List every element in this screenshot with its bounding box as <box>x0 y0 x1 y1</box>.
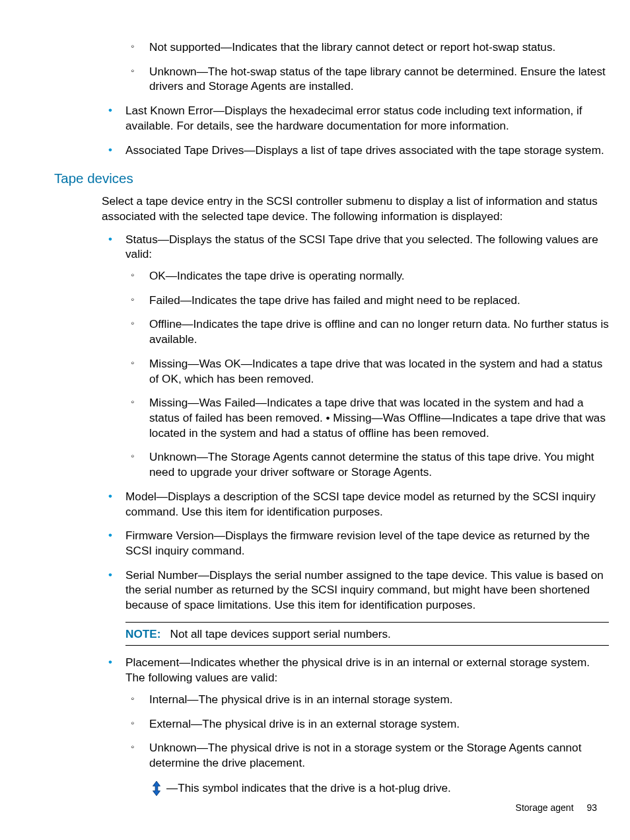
body-text: Failed—Indicates the tape drive has fail… <box>149 293 520 307</box>
note-text: Not all tape devices support serial numb… <box>170 627 390 640</box>
body-text: OK—Indicates the tape drive is operating… <box>149 269 405 282</box>
body-text: Last Known Error—Displays the hexadecima… <box>125 104 582 132</box>
list-item-model: Model—Displays a description of the SCSI… <box>102 489 609 519</box>
top-continuation-block: Not supported—Indicates that the library… <box>102 40 609 157</box>
top-bullet-list: Not supported—Indicates that the library… <box>102 40 609 94</box>
list-item: Failed—Indicates the tape drive has fail… <box>125 293 609 308</box>
list-item: OK—Indicates the tape drive is operating… <box>125 268 609 284</box>
list-item-serial: Serial Number—Displays the serial number… <box>102 568 609 613</box>
hotplug-line: —This symbol indicates that the drive is… <box>149 780 609 797</box>
list-item: External—The physical drive is in an ext… <box>125 716 609 732</box>
body-text: Firmware Version—Displays the firmware r… <box>125 529 590 557</box>
list-item: Unknown—The Storage Agents cannot determ… <box>125 449 609 479</box>
main-bullet-list: Status—Displays the status of the SCSI T… <box>102 232 609 613</box>
body-text: Model—Displays a description of the SCSI… <box>125 490 596 518</box>
placement-bullet-list: Placement—Indicates whether the physical… <box>102 655 609 796</box>
list-item: Unknown—The physical drive is not in a s… <box>125 740 609 770</box>
body-text: Associated Tape Drives—Displays a list o… <box>125 143 604 157</box>
status-sub-list: OK—Indicates the tape drive is operating… <box>125 268 609 480</box>
page-footer: Storage agent 93 <box>516 802 597 814</box>
body-text: Not supported—Indicates that the library… <box>149 40 555 54</box>
body-text: Offline—Indicates the tape drive is offl… <box>149 317 609 346</box>
list-item: Not supported—Indicates that the library… <box>125 40 609 55</box>
body-text: Unknown—The hot-swap status of the tape … <box>149 65 606 93</box>
note-label: NOTE: <box>125 627 160 640</box>
body-text: Placement—Indicates whether the physical… <box>125 656 590 684</box>
list-item: Not supported—Indicates that the library… <box>102 40 609 94</box>
list-item: Missing—Was OK—Indicates a tape drive th… <box>125 356 609 386</box>
body-text: Internal—The physical drive is in an int… <box>149 693 453 706</box>
list-item-placement: Placement—Indicates whether the physical… <box>102 655 609 796</box>
note-box: NOTE:Not all tape devices support serial… <box>125 622 609 646</box>
document-page: Not supported—Indicates that the library… <box>0 0 630 840</box>
list-item-status: Status—Displays the status of the SCSI T… <box>102 232 609 480</box>
top-main-bullets: Last Known Error—Displays the hexadecima… <box>102 103 609 157</box>
list-item: Internal—The physical drive is in an int… <box>125 692 609 707</box>
section-heading-tape-devices: Tape devices <box>54 169 609 187</box>
intro-paragraph: Select a tape device entry in the SCSI c… <box>102 194 609 223</box>
list-item: Missing—Was Failed—Indicates a tape driv… <box>125 395 609 440</box>
top-sub-list: Not supported—Indicates that the library… <box>125 40 609 94</box>
list-item: Offline—Indicates the tape drive is offl… <box>125 317 609 346</box>
list-item: Last Known Error—Displays the hexadecima… <box>102 103 609 133</box>
body-text: Missing—Was OK—Indicates a tape drive th… <box>149 357 602 385</box>
list-item: Unknown—The hot-swap status of the tape … <box>125 64 609 94</box>
list-item-firmware: Firmware Version—Displays the firmware r… <box>102 528 609 558</box>
tape-devices-block: Select a tape device entry in the SCSI c… <box>102 194 609 796</box>
page-number: 93 <box>586 802 597 813</box>
body-text: Serial Number—Displays the serial number… <box>125 568 604 611</box>
body-text: Unknown—The Storage Agents cannot determ… <box>149 450 594 478</box>
body-text: Missing—Was Failed—Indicates a tape driv… <box>149 396 606 439</box>
body-text: External—The physical drive is in an ext… <box>149 717 460 730</box>
hotplug-text: —This symbol indicates that the drive is… <box>166 781 451 796</box>
body-text: Unknown—The physical drive is not in a s… <box>149 741 581 769</box>
body-text: Status—Displays the status of the SCSI T… <box>125 233 598 261</box>
placement-sub-list: Internal—The physical drive is in an int… <box>125 692 609 771</box>
footer-section-label: Storage agent <box>516 802 574 813</box>
list-item: Associated Tape Drives—Displays a list o… <box>102 143 609 158</box>
hotplug-icon <box>149 780 164 797</box>
